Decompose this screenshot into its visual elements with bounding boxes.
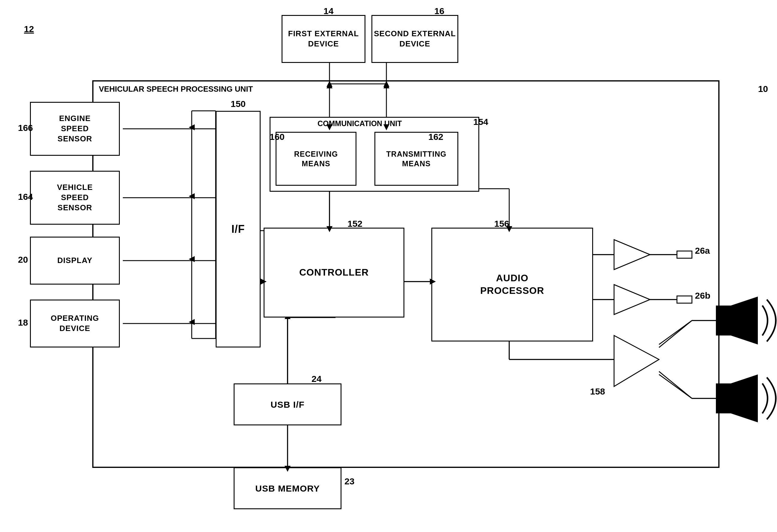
ref-152: 152 — [347, 219, 362, 229]
receiving-means-box: RECEIVINGMEANS — [275, 132, 356, 186]
svg-marker-71 — [189, 319, 195, 325]
ref-24: 24 — [312, 374, 321, 384]
ref-158: 158 — [590, 387, 605, 397]
ref-22L: 22L — [737, 306, 753, 316]
svg-marker-70 — [189, 256, 195, 262]
ref-10: 10 — [758, 84, 768, 94]
svg-marker-3 — [327, 81, 332, 87]
engine-speed-sensor-box: ENGINESPEEDSENSOR — [30, 102, 120, 156]
svg-marker-53 — [614, 335, 659, 387]
svg-marker-68 — [189, 124, 195, 130]
communication-unit-label: COMMUNICATION UNIT — [318, 119, 402, 128]
audio-processor-box: AUDIOPROCESSOR — [431, 228, 593, 341]
ref-156: 156 — [494, 219, 509, 229]
display-box: DISPLAY — [30, 237, 120, 285]
svg-rect-49 — [677, 251, 692, 258]
ref-26b: 26b — [695, 291, 710, 301]
ref-26a: 26a — [695, 246, 710, 256]
svg-marker-69 — [189, 193, 195, 199]
ref-14: 14 — [324, 6, 333, 16]
ref-22R: 22R — [737, 384, 753, 394]
ref-154: 154 — [473, 117, 488, 127]
ref-166: 166 — [18, 123, 33, 133]
transmitting-means-box: TRANSMITTINGMEANS — [374, 132, 458, 186]
svg-rect-58 — [716, 384, 731, 413]
svg-line-35 — [659, 321, 692, 344]
first-external-device-box: FIRST EXTERNAL DEVICE — [282, 15, 365, 63]
svg-line-60 — [659, 321, 692, 347]
usb-if-box: USB I/F — [234, 384, 341, 425]
svg-marker-57 — [731, 297, 758, 344]
ref-160: 160 — [269, 132, 285, 142]
ref-23: 23 — [344, 476, 354, 487]
second-external-device-box: SECOND EXTERNAL DEVICE — [371, 15, 458, 63]
svg-rect-56 — [716, 306, 731, 335]
diagram-container: 12 10 VEHICULAR SPEECH PROCESSING UNIT F… — [0, 0, 777, 532]
svg-marker-81 — [383, 82, 390, 88]
ref-150: 150 — [231, 99, 246, 109]
ref-16: 16 — [434, 6, 444, 16]
ref-12: 12 — [24, 24, 34, 34]
svg-line-62 — [659, 371, 692, 398]
svg-marker-80 — [327, 82, 332, 88]
operating-device-box: OPERATINGDEVICE — [30, 300, 120, 347]
svg-rect-50 — [677, 296, 692, 303]
controller-box: CONTROLLER — [263, 228, 404, 318]
if-block: I/F — [216, 111, 260, 347]
ref-18: 18 — [18, 318, 28, 328]
vehicle-speed-sensor-box: VEHICLESPEEDSENSOR — [30, 171, 120, 225]
usb-memory-box: USB MEMORY — [234, 467, 341, 509]
ref-162: 162 — [428, 132, 443, 142]
svg-marker-59 — [731, 375, 758, 422]
svg-line-37 — [659, 375, 692, 398]
svg-marker-46 — [614, 285, 650, 315]
vehicular-speech-label: VEHICULAR SPEECH PROCESSING UNIT — [99, 85, 253, 94]
svg-marker-7 — [383, 81, 390, 87]
ref-164: 164 — [18, 192, 33, 202]
svg-marker-45 — [614, 240, 650, 270]
ref-20: 20 — [18, 254, 28, 265]
